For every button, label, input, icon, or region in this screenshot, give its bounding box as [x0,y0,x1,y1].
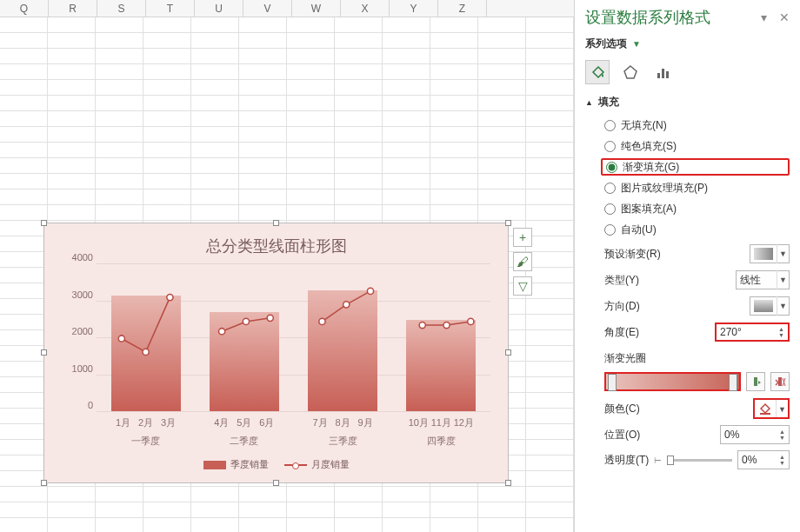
col-header[interactable]: S [97,0,146,17]
tab-effects[interactable] [618,60,643,84]
col-header[interactable]: Q [0,0,49,17]
svg-rect-14 [662,69,664,78]
col-header[interactable]: Z [438,0,487,17]
add-stop-icon [750,376,762,388]
label-position: 位置(O) [604,428,640,442]
x-axis-months: 1月2月3月 4月5月6月 7月8月9月 10月11月12月 [97,416,490,429]
spinner-icon[interactable]: ▲▼ [779,429,785,441]
position-input[interactable]: 0%▲▼ [720,425,790,444]
gradient-stop-handle[interactable] [608,374,617,391]
angle-input[interactable]: 270°▲▼ [715,323,790,342]
section-fill-header[interactable]: ▲填充 [585,95,790,110]
col-header[interactable]: W [292,0,341,17]
resize-handle[interactable] [41,480,47,486]
spinner-icon[interactable]: ▲▼ [779,454,785,466]
svg-rect-22 [760,413,770,415]
svg-rect-19 [778,377,782,386]
label-gradient-stops: 渐变光圈 [604,351,646,366]
bar-chart-icon [656,64,671,80]
label-preset-gradient: 预设渐变(R) [604,247,661,262]
radio-picture-fill[interactable]: 图片或纹理填充(P) [604,179,790,196]
transparency-input[interactable]: 0%▲▼ [737,450,790,469]
resize-handle[interactable] [273,220,279,226]
chevron-down-icon: ▼ [632,39,641,49]
resize-handle[interactable] [505,220,511,226]
resize-handle[interactable] [41,220,47,226]
panel-title: 设置数据系列格式 [585,7,710,28]
radio-gradient-fill[interactable]: 渐变填充(G) [601,158,790,176]
panel-dropdown-icon[interactable]: ▾ [761,10,767,24]
spinner-icon[interactable]: ▲▼ [778,326,784,338]
chart-filters-button[interactable]: ▽ [513,276,532,296]
gradient-direction-dropdown[interactable]: ▼ [750,296,790,316]
radio-auto-fill[interactable]: 自动(U) [604,221,790,238]
col-header[interactable]: X [341,0,390,17]
chart-styles-button[interactable]: 🖌 [513,252,532,271]
svg-marker-12 [624,66,637,78]
slider-thumb[interactable] [667,456,674,465]
paint-bucket-icon [590,64,605,80]
column-headers: Q R S T U V W X Y Z [0,0,574,17]
col-header[interactable]: R [49,0,97,17]
legend-item-line[interactable]: 月度销量 [284,458,350,471]
label-type: 类型(Y) [604,273,639,288]
radio-no-fill[interactable]: 无填充(N) [604,116,790,134]
gradient-type-dropdown[interactable]: 线性▼ [736,270,790,289]
chart-elements-button[interactable]: + [513,228,532,247]
col-header[interactable]: U [195,0,243,17]
radio-pattern-fill[interactable]: 图案填充(A) [604,200,790,217]
resize-handle[interactable] [505,480,511,486]
bar-series[interactable] [97,263,490,411]
svg-rect-17 [754,300,773,312]
fill-color-icon [758,402,772,416]
chart-title[interactable]: 总分类型线面柱形图 [44,223,508,263]
col-header[interactable]: Y [390,0,438,17]
color-picker-button[interactable]: ▼ [753,398,790,419]
y-axis: 4000 3000 2000 1000 0 [55,263,93,411]
direction-swatch-icon [754,300,773,312]
radio-solid-fill[interactable]: 纯色填充(S) [604,137,790,155]
format-pane: 设置数据系列格式 ▾ ✕ 系列选项▼ ▲填充 无填充(N) 纯色填充(S) 渐变… [574,0,800,532]
label-angle: 角度(E) [604,325,639,340]
resize-handle[interactable] [41,349,47,356]
transparency-slider[interactable] [667,459,732,462]
label-transparency: 透明度(T) [604,453,649,468]
spreadsheet-area[interactable]: Q R S T U V W X Y Z document.write(Array… [0,0,574,532]
format-category-tabs [585,60,790,84]
col-header[interactable]: T [146,0,195,17]
add-gradient-stop-button[interactable] [746,372,765,391]
tab-series-options[interactable] [651,60,676,84]
panel-close-icon[interactable]: ✕ [779,10,790,24]
gradient-swatch-icon [754,248,773,260]
svg-rect-15 [666,71,669,78]
legend-item-bar[interactable]: 季度销量 [203,458,269,471]
chart-object[interactable]: + 🖌 ▽ 总分类型线面柱形图 4000 3000 2000 1000 0 [43,223,509,483]
collapse-triangle-icon: ▲ [585,98,593,107]
resize-handle[interactable] [505,349,511,356]
legend-line-icon [284,464,307,466]
series-options-dropdown[interactable]: 系列选项▼ [585,37,790,51]
plot-area[interactable]: 4000 3000 2000 1000 0 [97,263,490,411]
gradient-stops-slider[interactable] [604,372,741,391]
chart-legend[interactable]: 季度销量 月度销量 [44,458,508,471]
pentagon-icon [623,64,638,80]
svg-rect-13 [657,73,660,78]
legend-swatch-icon [203,461,226,469]
x-axis-quarters: 一季度 二季度 三季度 四季度 [97,435,490,448]
preset-gradient-dropdown[interactable]: ▼ [750,244,790,263]
resize-handle[interactable] [273,480,279,486]
remove-stop-icon [774,376,786,388]
col-header[interactable]: V [243,0,292,17]
gradient-stop-handle[interactable] [729,374,737,391]
label-color: 颜色(C) [604,402,640,416]
remove-gradient-stop-button[interactable] [770,372,790,391]
svg-rect-16 [754,248,773,260]
tab-fill-line[interactable] [585,60,610,84]
chart-side-tools: + 🖌 ▽ [513,228,532,296]
label-direction: 方向(D) [604,299,640,314]
svg-rect-18 [754,377,757,386]
